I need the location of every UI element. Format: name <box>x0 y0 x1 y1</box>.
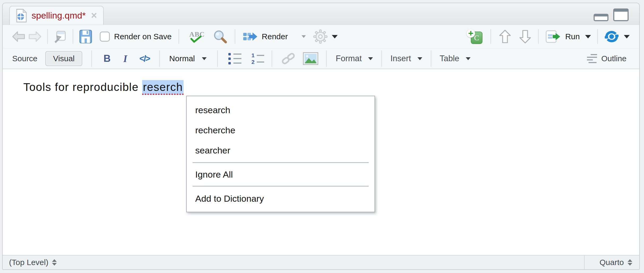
render-dropdown-icon[interactable] <box>302 35 306 38</box>
quarto-file-icon <box>16 9 27 23</box>
scope-label: (Top Level) <box>9 258 48 267</box>
numbered-list-button[interactable]: 1 2 <box>250 52 264 65</box>
paragraph-style-dropdown[interactable]: Normal <box>169 54 207 63</box>
menu-separator <box>193 186 369 187</box>
render-icon <box>243 30 258 43</box>
go-to-previous-section-button[interactable] <box>499 29 511 44</box>
link-button[interactable] <box>281 52 296 65</box>
find-replace-button[interactable] <box>213 29 227 44</box>
source-mode-button[interactable]: Source <box>12 54 37 63</box>
render-on-save-label[interactable]: Render on Save <box>114 32 172 41</box>
insert-chunk-button[interactable]: C + <box>467 29 482 44</box>
editor-status-bar: (Top Level) Quarto <box>3 255 639 269</box>
open-in-new-window-button[interactable] <box>53 30 67 43</box>
add-to-dictionary-item[interactable]: Add to Dictionary <box>187 188 375 209</box>
suggestion-item[interactable]: research <box>187 100 375 120</box>
toolbar-separator <box>159 50 160 67</box>
render-on-save-checkbox[interactable] <box>100 32 110 42</box>
gear-dropdown-icon[interactable] <box>332 35 338 38</box>
format-menu-label: Format <box>336 54 362 63</box>
list-digit: 2 <box>250 59 255 65</box>
outline-label: Outline <box>601 54 626 63</box>
tab-title: spelling.qmd* <box>32 10 86 21</box>
paragraph-text: Tools for reproducible <box>23 81 142 93</box>
visual-mode-button[interactable]: Visual <box>45 51 82 66</box>
insert-menu-label: Insert <box>390 54 411 63</box>
up-arrow-icon <box>499 29 511 44</box>
visual-editor-toolbar: Source Visual B I </> Normal 1 2 <box>3 48 639 69</box>
forward-arrow-icon <box>28 30 42 43</box>
table-dropdown-icon <box>466 57 471 60</box>
search-icon <box>213 29 227 44</box>
format-dropdown-icon <box>368 57 373 60</box>
toolbar-separator <box>431 50 431 67</box>
run-label: Run <box>565 32 580 41</box>
scope-selector[interactable]: (Top Level) <box>3 258 57 267</box>
language-mode-label: Quarto <box>599 258 624 267</box>
rerun-button[interactable] <box>604 30 630 43</box>
bold-button[interactable]: B <box>103 53 111 64</box>
run-dropdown-icon[interactable] <box>585 35 591 38</box>
table-menu[interactable]: Table <box>440 54 471 63</box>
toolbar-separator <box>179 29 179 44</box>
style-dropdown-icon <box>202 57 207 60</box>
suggestion-item[interactable]: recherche <box>187 120 375 140</box>
render-label: Render <box>262 32 288 41</box>
tab-close-icon[interactable]: × <box>91 11 97 19</box>
list-digit: 1 <box>250 52 255 58</box>
back-button[interactable] <box>11 30 26 43</box>
rerun-icon <box>604 30 619 43</box>
down-arrow-icon <box>519 29 531 44</box>
ignore-all-item[interactable]: Ignore All <box>187 165 375 184</box>
toolbar-separator <box>47 29 48 44</box>
scope-updown-icon <box>52 259 57 266</box>
render-options-button[interactable] <box>313 29 338 44</box>
tab-bar: spelling.qmd* × <box>3 3 639 25</box>
bullet-dot-icon <box>228 53 231 55</box>
render-button[interactable]: Render <box>243 30 306 43</box>
toolbar-separator <box>381 50 382 67</box>
format-menu[interactable]: Format <box>336 54 373 63</box>
document-editor[interactable]: Tools for reproducible reserch research … <box>3 69 639 255</box>
insert-dropdown-icon <box>417 57 422 60</box>
go-to-next-section-button[interactable] <box>519 29 531 44</box>
suggestion-item[interactable]: searcher <box>187 140 375 160</box>
menu-separator <box>193 162 369 163</box>
minimize-pane-icon[interactable] <box>594 14 608 21</box>
rerun-dropdown-icon[interactable] <box>624 35 630 38</box>
language-mode-selector[interactable]: Quarto <box>584 256 639 269</box>
toolbar-separator <box>597 29 598 44</box>
run-button[interactable]: Run <box>546 30 591 43</box>
image-icon <box>303 52 318 65</box>
save-icon <box>79 29 92 44</box>
forward-button[interactable] <box>28 30 42 43</box>
document-paragraph[interactable]: Tools for reproducible reserch <box>23 81 184 94</box>
toolbar-separator <box>326 50 327 67</box>
popout-window-icon <box>53 30 67 43</box>
italic-button[interactable]: I <box>123 53 127 64</box>
mode-updown-icon <box>628 259 632 266</box>
spellcheck-button[interactable]: ABC <box>186 30 208 43</box>
toolbar-separator <box>73 29 73 44</box>
save-button[interactable] <box>79 29 92 44</box>
outline-toggle-button[interactable]: Outline <box>587 54 626 63</box>
tab-spelling-qmd[interactable]: spelling.qmd* × <box>9 6 104 25</box>
spellcheck-check-icon <box>190 36 202 43</box>
source-editor-pane: spelling.qmd* × <box>2 3 640 270</box>
toolbar-separator <box>217 50 218 67</box>
paragraph-style-value: Normal <box>169 54 195 63</box>
back-arrow-icon <box>11 30 26 43</box>
bullet-list-button[interactable] <box>228 53 241 64</box>
outline-icon <box>587 54 597 63</box>
pane-window-controls <box>594 8 629 21</box>
toolbar-separator <box>235 29 235 44</box>
insert-menu[interactable]: Insert <box>390 54 422 63</box>
table-menu-label: Table <box>440 54 459 63</box>
gear-icon <box>313 29 328 44</box>
toolbar-separator <box>272 50 272 67</box>
code-button[interactable]: </> <box>139 54 150 64</box>
link-icon <box>281 52 296 65</box>
maximize-pane-icon[interactable] <box>613 8 629 21</box>
image-button[interactable] <box>303 52 318 65</box>
misspelled-word-selection[interactable]: reserch <box>142 80 184 95</box>
